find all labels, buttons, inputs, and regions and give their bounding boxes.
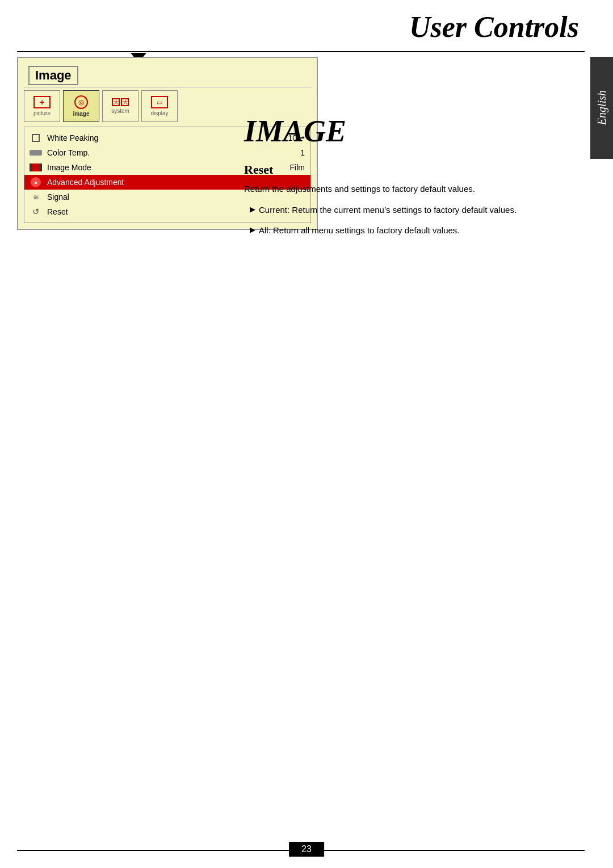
advanced-adjustment-icon: ● (28, 177, 44, 187)
bullet-current-text: Current: Return the current menu’s setti… (259, 204, 517, 217)
nav-item-system[interactable]: 大 大 system (102, 90, 138, 122)
top-border (17, 51, 585, 52)
nav-system-label: system (111, 108, 129, 114)
signal-icon: ≋ (28, 193, 44, 202)
content-area: IMAGE Reset Return the adjustments and s… (244, 114, 579, 245)
menu-header: Image (24, 64, 311, 88)
image-nav-icon: ◎ (74, 95, 88, 109)
nav-picture-label: picture (33, 110, 51, 116)
nav-image-label: image (73, 111, 90, 117)
picture-icon: + (33, 96, 51, 108)
image-section-title: IMAGE (244, 114, 579, 149)
color-temp-icon (28, 150, 44, 156)
nav-display-label: display (150, 110, 168, 116)
system-nav-icon: 大 大 (112, 98, 129, 106)
image-mode-icon (28, 163, 44, 171)
nav-item-picture[interactable]: + picture (24, 90, 60, 122)
reset-description: Return the adjustments and settings to f… (244, 183, 579, 196)
bullet-arrow-all: ▶ (250, 225, 255, 234)
menu-header-title: Image (28, 66, 78, 85)
display-nav-icon: ▭ (151, 96, 168, 108)
nav-item-image[interactable]: ◎ image (63, 90, 99, 122)
reset-section-title: Reset (244, 162, 579, 177)
bullet-all: ▶ All: Return all menu settings to facto… (244, 224, 579, 237)
nav-item-display[interactable]: ▭ display (141, 90, 178, 122)
reset-icon: ↺ (28, 207, 44, 217)
page-number: 23 (289, 842, 324, 857)
white-peaking-icon (28, 134, 44, 142)
sidebar-english-label: English (595, 90, 608, 125)
bullet-all-text: All: Return all menu settings to factory… (259, 224, 460, 237)
page-title: User Controls (409, 10, 579, 44)
bullet-arrow-current: ▶ (250, 205, 255, 213)
sidebar-english: English (590, 57, 613, 159)
bullet-current: ▶ Current: Return the current menu’s set… (244, 204, 579, 217)
